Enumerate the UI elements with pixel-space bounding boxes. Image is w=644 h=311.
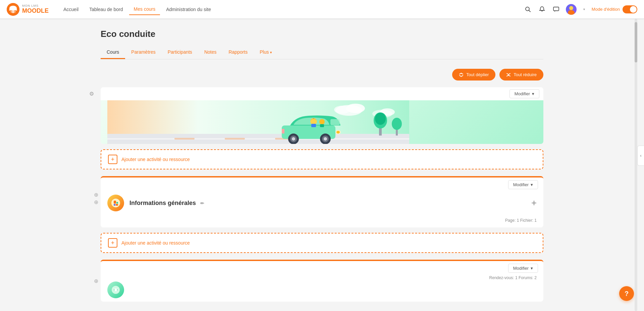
content-meta-1: Page: 1 Fichier: 1	[101, 217, 543, 227]
logo-svg	[7, 3, 19, 16]
svg-rect-39	[116, 202, 118, 204]
expand-icon	[459, 72, 464, 77]
user-avatar[interactable]	[566, 4, 577, 15]
section-1-drag-handle[interactable]: ⊕	[94, 191, 98, 198]
info-icon	[111, 198, 121, 208]
search-button[interactable]	[524, 5, 532, 14]
svg-point-25	[336, 131, 340, 134]
modifier-2-chevron: ▾	[531, 182, 533, 187]
add-icon-2: +	[108, 238, 117, 248]
scrollbar[interactable]	[635, 19, 637, 311]
section-1-header: Modifier ▾	[101, 87, 543, 100]
modifier-chevron-icon: ▾	[532, 91, 534, 96]
svg-point-43	[114, 289, 117, 291]
section-2: Modifier ▾	[101, 176, 543, 227]
bell-icon	[539, 6, 545, 12]
chat-icon	[553, 6, 559, 12]
svg-rect-41	[116, 204, 118, 206]
svg-rect-34	[311, 124, 316, 127]
content-title-1: Informations générales ✏	[129, 200, 526, 207]
nav-links: Accueil Tableau de bord Mes cours Admini…	[59, 4, 524, 15]
section-3-wrapper: ⊕ Modifier ▾ Rendez-vous: 1 Forums: 2	[101, 260, 543, 302]
section-3-drag-handle[interactable]: ⊕	[94, 277, 98, 284]
add-icon-1: +	[108, 155, 117, 164]
notifications-button[interactable]	[538, 5, 546, 14]
sidebar-toggle[interactable]: ‹	[637, 146, 644, 166]
nav-right: ▾ Mode d'édition	[524, 4, 637, 15]
nav-accueil[interactable]: Accueil	[59, 4, 83, 15]
nav-mes-cours[interactable]: Mes cours	[129, 4, 160, 15]
tab-plus[interactable]: Plus	[254, 46, 278, 59]
search-icon	[525, 6, 531, 12]
svg-rect-36	[320, 124, 324, 127]
edit-mode-toggle[interactable]	[623, 5, 637, 13]
svg-rect-23	[330, 119, 340, 125]
section-3-content-partial	[101, 281, 543, 302]
scrollbar-thumb	[635, 22, 637, 62]
chevron-left-icon: ‹	[640, 153, 642, 158]
svg-rect-19	[174, 138, 195, 140]
svg-point-11	[334, 106, 350, 114]
add-activity-1-label: Ajouter une activité ou ressource	[121, 157, 190, 162]
tab-notes[interactable]: Notes	[198, 46, 223, 59]
help-button[interactable]: ?	[619, 286, 634, 301]
action-buttons: Tout déplier Tout réduire	[101, 69, 543, 81]
edit-title-icon[interactable]: ✏	[200, 201, 204, 206]
edit-mode-area: Mode d'édition	[592, 5, 637, 13]
svg-point-35	[319, 119, 325, 124]
content-icon-1	[107, 195, 124, 211]
section-1-wrapper: ⊕ ⚙ Modifier ▾	[101, 87, 543, 302]
section-1-gear-button[interactable]: ⚙	[89, 90, 95, 98]
section-2-drag-handle[interactable]: ⊕	[94, 199, 98, 205]
modifier-3-chevron: ▾	[531, 266, 533, 271]
tab-cours[interactable]: Cours	[101, 46, 125, 59]
svg-point-16	[375, 113, 386, 125]
svg-rect-8	[107, 138, 409, 140]
course-title: Eco conduite	[101, 29, 543, 39]
add-activity-2[interactable]: + Ajouter une activité ou ressource	[101, 233, 543, 253]
svg-rect-20	[225, 138, 245, 140]
content-meta-3: Rendez-vous: 1 Forums: 2	[101, 273, 543, 281]
svg-point-29	[292, 137, 295, 141]
user-menu-button[interactable]: ▾	[582, 6, 586, 12]
top-navigation: MON LMS MOODLE Accueil Tableau de bord M…	[0, 0, 644, 19]
svg-point-0	[7, 3, 19, 16]
tab-parametres[interactable]: Paramètres	[125, 46, 161, 59]
section-2-header: Modifier ▾	[101, 177, 543, 189]
section-3: Modifier ▾ Rendez-vous: 1 Forums: 2	[101, 260, 543, 302]
add-activity-1[interactable]: + Ajouter une activité ou ressource	[101, 149, 543, 169]
section-2-modifier-button[interactable]: Modifier ▾	[508, 180, 538, 189]
section-1-hero: Modifier ▾	[101, 87, 543, 144]
content-item-1: Informations générales ✏	[101, 189, 543, 217]
logo[interactable]: MON LMS MOODLE	[7, 3, 49, 16]
edit-mode-label: Mode d'édition	[592, 7, 620, 12]
nav-administration[interactable]: Administration du site	[161, 4, 216, 15]
expand-all-button[interactable]: Tout déplier	[452, 69, 495, 81]
course-tabs: Cours Paramètres Participants Notes Rapp…	[101, 46, 543, 59]
content-expand-button[interactable]	[531, 200, 537, 206]
avatar-image	[566, 4, 577, 15]
add-activity-2-label: Ajouter une activité ou ressource	[121, 240, 190, 246]
section-3-header: Modifier ▾	[101, 261, 543, 273]
logo-icon	[7, 3, 19, 16]
hero-banner	[101, 100, 543, 144]
tab-rapports[interactable]: Rapports	[222, 46, 254, 59]
messages-button[interactable]	[552, 5, 560, 14]
svg-point-32	[324, 137, 327, 141]
svg-point-18	[392, 118, 402, 130]
section-2-wrapper: ⊕ Modifier ▾	[101, 176, 543, 227]
expand-arrows-icon	[531, 200, 537, 206]
svg-rect-5	[553, 7, 559, 11]
logo-text: MON LMS MOODLE	[22, 4, 49, 14]
section-3-modifier-button[interactable]: Modifier ▾	[508, 264, 538, 273]
collapse-icon	[506, 72, 511, 77]
nav-tableau-de-bord[interactable]: Tableau de bord	[85, 4, 127, 15]
collapse-all-button[interactable]: Tout réduire	[499, 69, 543, 81]
svg-rect-40	[114, 204, 115, 206]
section-1-modifier-button[interactable]: Modifier ▾	[509, 89, 539, 98]
content-icon-3	[107, 281, 124, 298]
logo-moodle: MOODLE	[22, 8, 49, 14]
svg-point-2	[11, 6, 15, 9]
svg-rect-26	[282, 129, 284, 134]
tab-participants[interactable]: Participants	[162, 46, 198, 59]
